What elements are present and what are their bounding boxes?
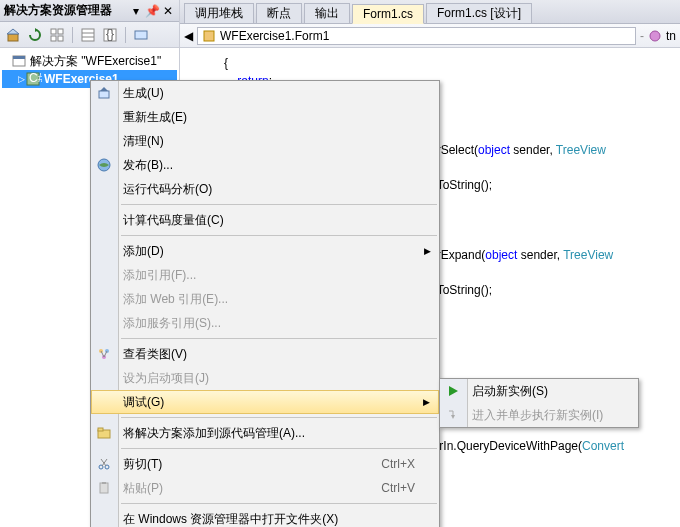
classview-icon (96, 346, 112, 362)
svg-marker-38 (451, 415, 455, 419)
menu-metrics[interactable]: 计算代码度量值(C) (91, 208, 439, 232)
tab-output[interactable]: 输出 (304, 3, 350, 23)
menu-debug[interactable]: 调试(G)▶ (91, 390, 439, 414)
tab-form1-cs[interactable]: Form1.cs (352, 4, 424, 24)
close-icon[interactable]: ✕ (161, 4, 175, 18)
submenu-arrow-icon: ▶ (423, 397, 430, 407)
svg-rect-3 (51, 29, 56, 34)
menu-add[interactable]: 添加(D)▶ (91, 239, 439, 263)
svg-marker-37 (449, 386, 458, 396)
tab-form1-design[interactable]: Form1.cs [设计] (426, 3, 532, 23)
nav-back-icon[interactable]: ◀ (184, 29, 193, 43)
class-name: WFExercise1.Form1 (220, 29, 329, 43)
shortcut-label: Ctrl+V (381, 481, 415, 495)
cut-icon (96, 456, 112, 472)
menu-open-explorer[interactable]: 在 Windows 资源管理器中打开文件夹(X) (91, 507, 439, 527)
pin-icon[interactable]: 📌 (145, 4, 159, 18)
menu-set-startup: 设为启动项目(J) (91, 366, 439, 390)
menu-cut[interactable]: 剪切(T)Ctrl+X (91, 452, 439, 476)
panel-title: 解决方案资源管理器 (4, 2, 127, 19)
navigation-bar: ◀ WFExercise1.Form1 - tn (180, 24, 680, 48)
separator (72, 27, 73, 43)
menu-analyze[interactable]: 运行代码分析(O) (91, 177, 439, 201)
showall-icon[interactable] (48, 26, 66, 44)
svg-text:{}: {} (106, 28, 114, 41)
svg-rect-7 (82, 29, 94, 41)
panel-header: 解决方案资源管理器 ▾ 📌 ✕ (0, 0, 179, 22)
menu-paste: 粘贴(P)Ctrl+V (91, 476, 439, 500)
folder-icon (96, 425, 112, 441)
svg-text:C#: C# (29, 72, 42, 85)
svg-rect-19 (99, 91, 109, 98)
svg-marker-1 (7, 29, 19, 34)
menu-build[interactable]: 生成(U) (91, 81, 439, 105)
svg-rect-0 (8, 34, 18, 41)
code-icon[interactable]: {} (101, 26, 119, 44)
separator (125, 27, 126, 43)
menu-rebuild[interactable]: 重新生成(E) (91, 105, 439, 129)
svg-rect-17 (204, 31, 214, 41)
csproj-icon: C# (26, 72, 42, 86)
member-text: tn (666, 29, 676, 43)
panel-toolbar: {} (0, 22, 179, 48)
publish-icon (96, 157, 112, 173)
svg-rect-4 (58, 29, 63, 34)
home-icon[interactable] (4, 26, 22, 44)
svg-rect-34 (102, 482, 106, 484)
dropdown-icon[interactable]: ▾ (129, 4, 143, 18)
class-dropdown[interactable]: WFExercise1.Form1 (197, 27, 636, 45)
menu-publish[interactable]: 发布(B)... (91, 153, 439, 177)
menu-add-reference: 添加引用(F)... (91, 263, 439, 287)
class-icon (202, 29, 216, 43)
menu-add-source-control[interactable]: 将解决方案添加到源代码管理(A)... (91, 421, 439, 445)
expand-icon[interactable]: ▷ (16, 74, 26, 84)
solution-icon (12, 54, 28, 68)
svg-rect-14 (13, 56, 25, 59)
svg-point-18 (650, 31, 660, 41)
context-menu: 生成(U) 重新生成(E) 清理(N) 发布(B)... 运行代码分析(O) 计… (90, 80, 440, 527)
svg-rect-12 (135, 31, 147, 39)
view-icon[interactable] (132, 26, 150, 44)
menu-add-web-reference: 添加 Web 引用(E)... (91, 287, 439, 311)
step-icon (445, 407, 461, 423)
menu-clean[interactable]: 清理(N) (91, 129, 439, 153)
refresh-icon[interactable] (26, 26, 44, 44)
debug-submenu: 启动新实例(S) 进入并单步执行新实例(I) (439, 378, 639, 428)
menu-add-service-reference: 添加服务引用(S)... (91, 311, 439, 335)
svg-rect-28 (98, 428, 103, 431)
tree-solution-node[interactable]: 解决方案 "WFExercise1" (2, 52, 177, 70)
svg-rect-33 (100, 483, 108, 493)
svg-marker-20 (100, 87, 108, 91)
submenu-start-instance[interactable]: 启动新实例(S) (440, 379, 638, 403)
submenu-step-into: 进入并单步执行新实例(I) (440, 403, 638, 427)
svg-rect-6 (58, 36, 63, 41)
tab-bar: 调用堆栈 断点 输出 Form1.cs Form1.cs [设计] (180, 0, 680, 24)
play-icon (445, 383, 461, 399)
member-icon[interactable] (648, 29, 662, 43)
menu-class-view[interactable]: 查看类图(V) (91, 342, 439, 366)
build-icon (96, 85, 112, 101)
paste-icon (96, 480, 112, 496)
tab-breakpoints[interactable]: 断点 (256, 3, 302, 23)
svg-rect-5 (51, 36, 56, 41)
submenu-arrow-icon: ▶ (424, 246, 431, 256)
tab-callstack[interactable]: 调用堆栈 (184, 3, 254, 23)
properties-icon[interactable] (79, 26, 97, 44)
tree-label: 解决方案 "WFExercise1" (30, 53, 161, 70)
shortcut-label: Ctrl+X (381, 457, 415, 471)
